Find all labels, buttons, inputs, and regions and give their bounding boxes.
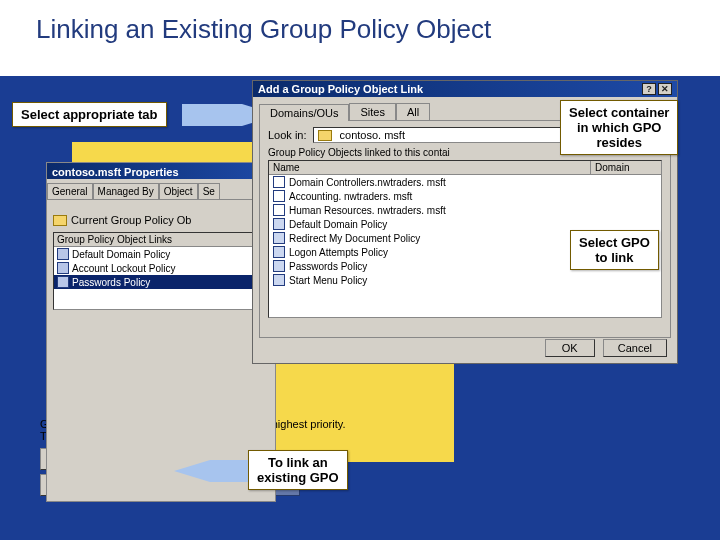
gpo-links-list[interactable]: Group Policy Object Links Default Domain… — [53, 232, 269, 310]
tab-security[interactable]: Se — [198, 183, 220, 199]
list-item[interactable]: Default Domain Policy — [54, 247, 268, 261]
list-item[interactable]: Passwords Policy — [54, 275, 268, 289]
tab-managed-by[interactable]: Managed By — [93, 183, 159, 199]
link-icon — [57, 262, 69, 274]
link-icon — [57, 248, 69, 260]
ou-icon — [273, 176, 285, 188]
col-name[interactable]: Name — [269, 161, 591, 174]
list-item[interactable]: Start Menu Policy — [269, 273, 661, 287]
tab-domains-ous[interactable]: Domains/OUs — [259, 104, 349, 121]
ou-icon — [273, 190, 285, 202]
col-domain[interactable]: Domain — [591, 161, 661, 174]
close-button[interactable]: ✕ — [658, 83, 672, 95]
tab-sites[interactable]: Sites — [349, 103, 395, 120]
folder-icon — [53, 215, 67, 226]
properties-tabs: General Managed By Object Se — [47, 183, 275, 200]
cancel-button[interactable]: Cancel — [603, 339, 667, 357]
properties-titlebar: contoso.msft Properties — [47, 163, 275, 179]
gpo-icon — [273, 232, 285, 244]
ou-icon — [273, 204, 285, 216]
help-button[interactable]: ? — [642, 83, 656, 95]
tab-general[interactable]: General — [47, 183, 93, 199]
arrow-icon — [182, 104, 242, 126]
gpo-icon — [273, 218, 285, 230]
list-item[interactable]: Account Lockout Policy — [54, 261, 268, 275]
gpo-icon — [273, 246, 285, 258]
list-item[interactable]: Accounting. nwtraders. msft — [269, 189, 661, 203]
properties-window: contoso.msft Properties General Managed … — [46, 162, 276, 502]
ok-button[interactable]: OK — [545, 339, 595, 357]
slide-title: Linking an Existing Group Policy Object — [36, 14, 491, 45]
add-window-title: Add a Group Policy Object Link — [258, 82, 423, 96]
tab-object[interactable]: Object — [159, 183, 198, 199]
list-item[interactable]: Human Resources. nwtraders. msft — [269, 203, 661, 217]
gpo-icon — [273, 260, 285, 272]
lookin-value: contoso. msft — [340, 129, 405, 141]
gpo-icon — [273, 274, 285, 286]
callout-select-tab: Select appropriate tab — [12, 102, 167, 127]
list-item[interactable]: Domain Controllers.nwtraders. msft — [269, 175, 661, 189]
callout-select-gpo: Select GPO to link — [570, 230, 659, 270]
lookin-label: Look in: — [268, 129, 307, 141]
gpo-links-header: Group Policy Object Links — [54, 233, 268, 247]
arrow-icon — [210, 460, 248, 482]
link-icon — [57, 276, 69, 288]
domain-icon — [318, 130, 332, 141]
list-item[interactable]: Default Domain Policy — [269, 217, 661, 231]
current-gpo-label: Current Group Policy Ob — [71, 214, 191, 226]
tab-all[interactable]: All — [396, 103, 430, 120]
callout-select-container: Select container in which GPO resides — [560, 100, 678, 155]
callout-to-link: To link an existing GPO — [248, 450, 348, 490]
arrow-icon — [174, 460, 210, 482]
